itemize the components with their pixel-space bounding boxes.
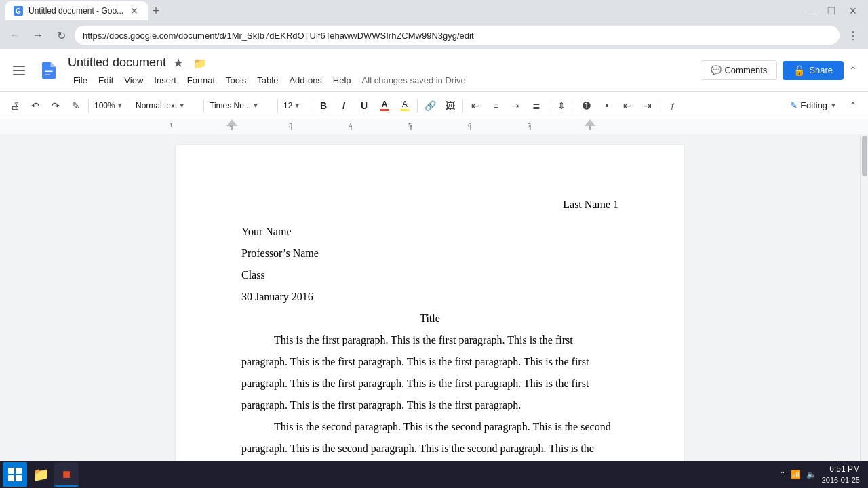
forward-button[interactable]: →	[28, 26, 47, 45]
numbered-list-button[interactable]: ➊	[577, 96, 596, 115]
url-bar[interactable]: https://docs.google.com/document/d/1Mr_S…	[75, 26, 840, 45]
document-area: Last Name 1 Your Name Professor’s Name C…	[0, 134, 868, 488]
author-name: Your Name	[241, 221, 618, 243]
start-button[interactable]	[3, 462, 27, 487]
browser-tab[interactable]: G Untitled document - Goo... ✕	[5, 1, 148, 20]
link-button[interactable]: 🔗	[420, 96, 439, 115]
folder-taskbar-icon: 📁	[33, 466, 50, 483]
redo-button[interactable]: ↷	[46, 96, 65, 115]
docs-icon	[35, 57, 62, 84]
essay-title: Title	[241, 308, 618, 329]
taskbar-file-explorer[interactable]: 📁	[28, 462, 53, 487]
divider-4	[277, 99, 278, 113]
underline-button[interactable]: U	[355, 96, 374, 115]
highlight-button[interactable]: A	[395, 96, 414, 115]
paragraph-1[interactable]: This is the first paragraph. This is the…	[241, 329, 618, 416]
menu-format[interactable]: Format	[182, 74, 220, 87]
divider-3	[203, 99, 204, 113]
font-dropdown[interactable]: Times Ne... ▼	[207, 96, 275, 115]
document-page[interactable]: Last Name 1 Your Name Professor’s Name C…	[176, 145, 684, 477]
document-content[interactable]: Your Name Professor’s Name Class 30 Janu…	[241, 221, 618, 488]
image-button[interactable]: 🖼	[441, 96, 460, 115]
scrollbar[interactable]	[860, 134, 868, 488]
menu-edit[interactable]: Edit	[93, 74, 119, 87]
title-bar: G Untitled document - Goo... ✕ + — ❐ ✕	[0, 0, 868, 22]
refresh-button[interactable]: ↻	[52, 26, 71, 45]
restore-button[interactable]: ❐	[822, 3, 841, 19]
editing-arrow-icon: ▼	[830, 102, 837, 109]
font-value: Times Ne...	[210, 101, 251, 110]
font-size-dropdown[interactable]: 12 ▼	[281, 96, 308, 115]
divider-6	[417, 99, 418, 113]
paint-format-button[interactable]: ✎	[66, 96, 85, 115]
svg-text:7: 7	[528, 122, 531, 129]
editing-dropdown[interactable]: ✎ Editing ▼	[785, 98, 842, 113]
app-menu-button[interactable]	[5, 57, 33, 84]
document-title[interactable]: Untitled document	[68, 56, 166, 70]
align-right-button[interactable]: ⇥	[507, 96, 526, 115]
toolbar-expand-button[interactable]: ⌃	[844, 96, 863, 115]
menu-file[interactable]: File	[68, 74, 93, 87]
zoom-value: 100%	[94, 101, 115, 110]
svg-text:4: 4	[349, 122, 352, 129]
taskbar: 📁 ■ ⌃ 📶 🔈 6:51 PM 2016-01-25	[0, 461, 868, 488]
text-color-button[interactable]: A	[375, 96, 394, 115]
share-label: Share	[809, 65, 833, 75]
address-bar: ← → ↻ https://docs.google.com/document/d…	[0, 22, 868, 49]
professor-name: Professor’s Name	[241, 243, 618, 264]
pencil-icon: ✎	[790, 100, 797, 110]
formula-button[interactable]: ƒ	[663, 96, 682, 115]
print-button[interactable]: 🖨	[5, 96, 24, 115]
increase-indent-button[interactable]: ⇥	[638, 96, 657, 115]
zoom-arrow-icon: ▼	[117, 102, 123, 109]
bulleted-list-button[interactable]: •	[597, 96, 616, 115]
italic-button[interactable]: I	[334, 96, 353, 115]
document-scroll[interactable]: Last Name 1 Your Name Professor’s Name C…	[0, 134, 860, 488]
divider-1	[88, 99, 89, 113]
decrease-indent-button[interactable]: ⇤	[618, 96, 637, 115]
taskbar-browser[interactable]: ■	[54, 462, 79, 487]
divider-7	[462, 99, 463, 113]
browser-menu-button[interactable]: ⋮	[844, 26, 863, 45]
align-center-button[interactable]: ≡	[486, 96, 505, 115]
browser-taskbar-icon: ■	[62, 466, 71, 482]
window-controls: — ❐ ✕	[800, 3, 863, 19]
header-right: 💬 Comments 🔓 Share ⌃	[701, 60, 863, 80]
taskbar-clock: 6:51 PM 2016-01-25	[822, 464, 860, 485]
new-tab-button[interactable]: +	[148, 3, 164, 19]
style-dropdown[interactable]: Normal text ▼	[133, 96, 201, 115]
comments-button[interactable]: 💬 Comments	[701, 60, 777, 80]
justify-button[interactable]: ≣	[527, 96, 546, 115]
taskbar-right: ⌃ 📶 🔈 6:51 PM 2016-01-25	[780, 464, 865, 485]
scrollbar-track[interactable]	[862, 136, 867, 487]
star-button[interactable]: ★	[169, 54, 188, 73]
align-left-button[interactable]: ⇤	[466, 96, 485, 115]
page-header: Last Name 1	[241, 194, 618, 216]
menu-insert[interactable]: Insert	[149, 74, 182, 87]
taskbar-chevron[interactable]: ⌃	[780, 470, 785, 478]
menu-tools[interactable]: Tools	[220, 74, 252, 87]
close-button[interactable]: ✕	[844, 3, 863, 19]
folder-button[interactable]: 📁	[191, 54, 210, 73]
svg-text:1: 1	[170, 122, 173, 129]
tab-close-button[interactable]: ✕	[129, 5, 140, 16]
divider-2	[130, 99, 130, 113]
minimize-button[interactable]: —	[800, 3, 819, 19]
zoom-dropdown[interactable]: 100% ▼	[92, 96, 127, 115]
menu-view[interactable]: View	[119, 74, 149, 87]
header-collapse-button[interactable]: ⌃	[849, 65, 857, 76]
menu-help[interactable]: Help	[328, 74, 357, 87]
menu-addons[interactable]: Add-ons	[283, 74, 327, 87]
comments-icon: 💬	[711, 65, 722, 75]
divider-5	[311, 99, 311, 113]
toolbar: 🖨 ↶ ↷ ✎ 100% ▼ Normal text ▼ Times Ne...…	[0, 92, 868, 119]
line-spacing-button[interactable]: ⇕	[552, 96, 571, 115]
undo-button[interactable]: ↶	[26, 96, 45, 115]
divider-9	[574, 99, 574, 113]
tab-favicon-icon: G	[14, 6, 23, 16]
menu-table[interactable]: Table	[252, 74, 283, 87]
back-button[interactable]: ←	[5, 26, 24, 45]
bold-button[interactable]: B	[314, 96, 333, 115]
share-button[interactable]: 🔓 Share	[783, 61, 844, 80]
scrollbar-thumb[interactable]	[862, 136, 867, 176]
